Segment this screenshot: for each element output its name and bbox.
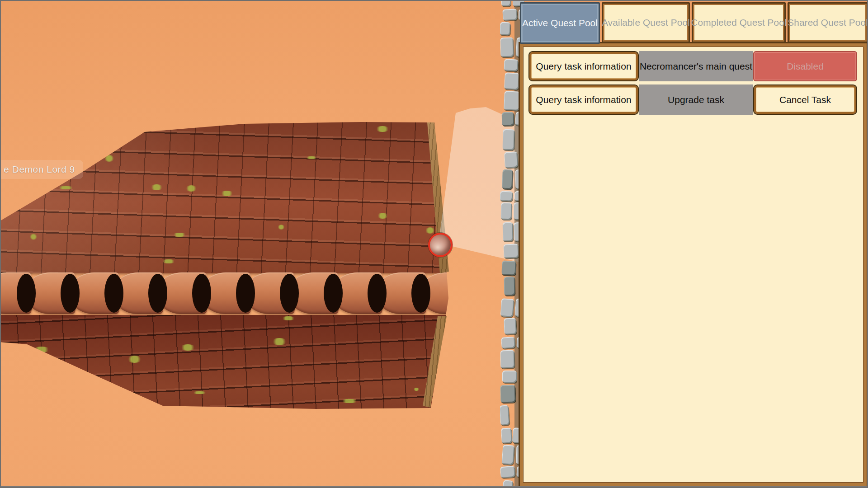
unit-sphere[interactable] [428,233,453,257]
roof-bottom-slope [0,315,457,434]
query-task-info-button[interactable]: Query task information [528,84,639,115]
quest-row-task: Query task information Upgrade task Canc… [528,84,857,115]
roof-top-slope [0,115,457,273]
cancel-task-button[interactable]: Cancel Task [753,84,857,115]
tab-completed-quest-pool[interactable]: Completed Quest Pool [692,2,786,43]
roof-ridge [0,272,457,315]
quest-row-active: Query task information Necromancer's mai… [528,51,857,81]
unit-name-label: e Demon Lord 9 [0,160,83,179]
tab-available-quest-pool[interactable]: Available Quest Pool [602,2,690,43]
game-screen: e Demon Lord 9 Query task information Ne… [0,0,868,488]
tab-shared-quest-pool[interactable]: Shared Quest Pool [788,2,868,43]
quest-panel: Query task information Necromancer's mai… [519,42,868,487]
tab-active-quest-pool[interactable]: Active Quest Pool [520,2,600,44]
query-task-info-button[interactable]: Query task information [528,51,639,81]
roof [0,0,457,434]
quest-title-label: Necromancer's main quest [639,51,753,81]
disabled-action-button[interactable]: Disabled [753,51,857,81]
upgrade-task-label[interactable]: Upgrade task [639,84,753,115]
